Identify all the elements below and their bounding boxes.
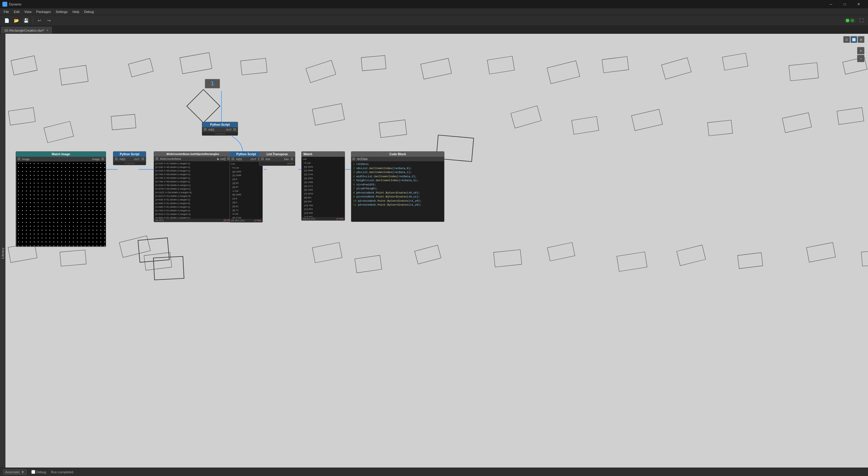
bg-rect-21: [511, 106, 542, 128]
bg-rect-13: [722, 53, 748, 70]
blob-counter-node[interactable]: BlobCounterBase.GetObjectsRectangles blo…: [154, 151, 232, 222]
graph-view-btn[interactable]: ⊡: [843, 36, 850, 43]
app-icon: [2, 2, 7, 7]
tab-rectangle-creation[interactable]: 02-RectangleCreation.dyn* ✕: [1, 27, 52, 33]
tab-close-icon[interactable]: ✕: [46, 29, 49, 32]
run-dot-2: [850, 19, 854, 22]
debug-input[interactable]: [31, 470, 35, 474]
number-value: 1: [205, 79, 220, 88]
close-button[interactable]: ✕: [852, 0, 866, 8]
python-script-top-footer: CPython3: [202, 132, 238, 136]
python-script-right-header: Python Script: [230, 152, 262, 157]
python-script-right-content: List +0 List [0] 1649 [1] 1648 [2] 8 [3]…: [230, 161, 262, 219]
python-script-left-header: Python Script: [113, 152, 146, 157]
redo-button[interactable]: ↪: [45, 16, 53, 25]
list-transpose-footer: AUTO: [259, 161, 295, 166]
lt-out-label: lists: [284, 158, 293, 161]
number-node[interactable]: 1: [205, 79, 220, 88]
view-toggle: ⊡ ⬜ ⊞: [843, 36, 864, 43]
blob-counter-footer: {A} {A1} {$145}: [154, 218, 232, 222]
bg-rect-40: [861, 249, 868, 266]
bg-rect-8: [421, 58, 452, 80]
bc-footer-text: {A} {A1}: [155, 219, 164, 221]
python-script-top-row: IN[0] OUT: [203, 128, 237, 131]
debug-checkbox[interactable]: Debug: [31, 470, 46, 474]
menu-settings[interactable]: Settings: [53, 8, 70, 15]
auto-select[interactable]: Automatic ▼: [3, 469, 27, 475]
canvas-area[interactable]: Library 1 Python Script IN[0] OUT CP: [0, 34, 868, 472]
maximize-button[interactable]: □: [838, 0, 852, 8]
python-script-node-left[interactable]: Python Script IN[0] OUT CPython3: [113, 151, 146, 165]
code-block-node[interactable]: Code Block recData 1 recData; 2 x0=List.…: [351, 151, 444, 222]
bg-rect-25: [782, 113, 812, 133]
save-button[interactable]: 💾: [22, 16, 30, 25]
bg-rect-14: [789, 62, 819, 81]
menu-file[interactable]: File: [1, 8, 11, 15]
fullscreen-button[interactable]: ⛶: [857, 16, 866, 25]
psl-out-label: OUT: [134, 158, 144, 161]
bg-rect-12: [661, 58, 691, 80]
blob-counter-body: blobCounterBase ▶ var[]: [154, 156, 232, 161]
in-port: [204, 128, 206, 130]
menu-debug[interactable]: Debug: [82, 8, 96, 15]
split-view-btn[interactable]: ⊞: [858, 36, 864, 43]
watch-header: Watch: [302, 152, 345, 157]
psl-out-port: [142, 158, 144, 160]
bg-rect-16: [8, 107, 36, 125]
bg-rect-1: [11, 56, 38, 76]
python-script-right-body: IN[0] OUT: [230, 157, 262, 161]
bg-rect-33: [414, 245, 441, 264]
bg-rect-39: [806, 242, 836, 262]
toolbar: 📄 📂 💾 ↩ ↪ ⛶: [0, 15, 868, 26]
minimize-button[interactable]: ─: [824, 0, 838, 8]
watch-image-header: Watch Image: [16, 152, 106, 157]
menu-edit[interactable]: Edit: [11, 8, 22, 15]
lt-in-label: lists: [261, 158, 270, 161]
bg-rect-9: [487, 56, 515, 75]
window-controls: ─ □ ✕: [824, 0, 866, 8]
auto-label: Automatic: [5, 470, 20, 474]
python-script-node-right[interactable]: Python Script IN[0] OUT List +0 List [0]…: [229, 151, 263, 222]
library-sidebar[interactable]: Library: [0, 34, 5, 472]
3d-view-btn[interactable]: ⬜: [850, 36, 857, 43]
code-block-content[interactable]: 1 recData; 2 x0=List.GetItemAtIndex(recD…: [351, 161, 444, 221]
app-title: Dynamo: [9, 2, 21, 6]
zoom-minus-button[interactable]: −: [857, 55, 864, 62]
bg-rect-18: [111, 114, 136, 130]
port-in-label: IN[0]: [204, 128, 214, 131]
watch-node[interactable]: Watch List +0 List [0] 1649 [1] 1648 [2]…: [301, 151, 345, 221]
blob-counter-header: BlobCounterBase.GetObjectsRectangles: [154, 152, 232, 156]
python-script-left-footer: CPython3: [113, 161, 146, 165]
bg-rect-3: [128, 58, 153, 77]
bg-rect-34: [494, 249, 522, 267]
python-script-node-top[interactable]: Python Script IN[0] OUT CPython3: [202, 122, 238, 136]
watch-content: List +0 List [0] 1649 [1] 1648 [2] 1744 …: [302, 157, 345, 217]
new-button[interactable]: 📄: [2, 16, 11, 25]
statusbar: Automatic ▼ Debug Run completed.: [0, 468, 868, 476]
open-button[interactable]: 📂: [12, 16, 21, 25]
menu-view[interactable]: View: [22, 8, 34, 15]
code-block-port-row: recData: [351, 157, 444, 161]
bg-rect-36: [617, 252, 647, 272]
list-transpose-node[interactable]: List.Transpose lists lists AUTO: [259, 151, 295, 166]
bg-rect-5: [241, 58, 268, 76]
bg-rect-17: [44, 121, 74, 143]
bg-rect-35: [547, 242, 575, 261]
zoom-plus-button[interactable]: +: [857, 47, 864, 54]
list-transpose-header: List.Transpose: [259, 152, 295, 157]
menu-packages[interactable]: Packages: [34, 8, 53, 15]
bg-rect-22: [571, 116, 599, 135]
watch-image-canvas: [17, 161, 106, 246]
bg-rect-11: [602, 56, 629, 73]
blob-counter-content: {X=235,Y=47,Width=1,Height=1} {X=290,Y=4…: [154, 161, 232, 218]
watch-image-node[interactable]: Watch Image image image: [16, 151, 106, 247]
undo-button[interactable]: ↩: [35, 16, 44, 25]
blob-counter-row: blobCounterBase ▶ var[]: [155, 157, 231, 161]
run-indicator: [844, 18, 856, 23]
bg-rect-19: [312, 103, 345, 125]
python-script-top-body: IN[0] OUT: [202, 127, 238, 132]
bg-rect-20: [379, 120, 407, 138]
menu-help[interactable]: Help: [70, 8, 82, 15]
out-port: [234, 128, 236, 130]
bg-rect-31: [312, 242, 342, 263]
